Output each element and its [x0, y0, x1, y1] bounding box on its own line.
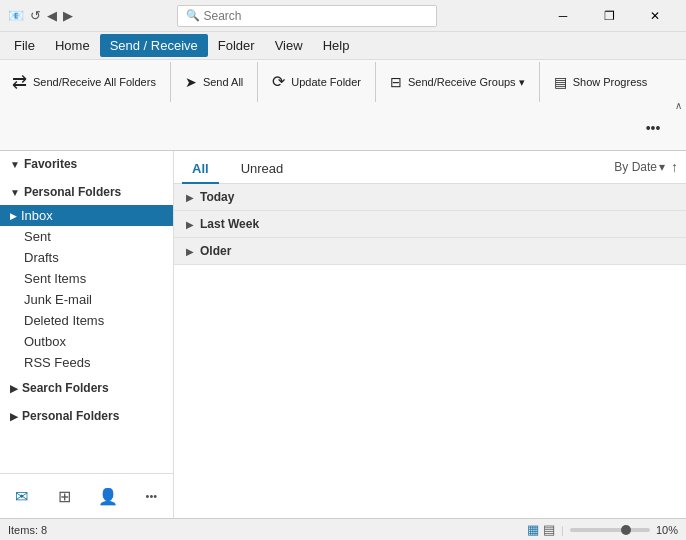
sidebar-section-personal-folders-2[interactable]: ▶ Personal Folders [0, 403, 173, 429]
back-icon[interactable]: ◀ [47, 8, 57, 23]
nav-contacts-button[interactable]: 👤 [88, 478, 128, 514]
ribbon-sep-2 [257, 62, 258, 102]
sidebar-section-personal-folders[interactable]: ▼ Personal Folders [0, 179, 173, 205]
item-count: Items: 8 [8, 524, 47, 536]
inbox-arrow-icon: ▶ [10, 211, 17, 221]
ribbon-sep-1 [170, 62, 171, 102]
folder-drafts[interactable]: Drafts [0, 247, 173, 268]
ribbon-collapse-button[interactable]: ∧ [670, 95, 686, 115]
sort-direction-button[interactable]: ↑ [671, 159, 678, 175]
tab-all-label: All [192, 161, 209, 176]
status-right: ▦ ▤ | 10% [527, 522, 678, 537]
folder-outbox[interactable]: Outbox [0, 331, 173, 352]
personal-folders-label: Personal Folders [24, 185, 121, 199]
personal-folders-list: ▶ Inbox Sent Drafts Sent Items Junk E-ma… [0, 205, 173, 373]
menu-send-receive[interactable]: Send / Receive [100, 34, 208, 57]
calendar-icon: ⊞ [58, 487, 71, 506]
main-layout: ▼ Favorites ▼ Personal Folders ▶ Inbox S… [0, 151, 686, 518]
group-today[interactable]: ▶ Today [174, 184, 686, 211]
status-bar: Items: 8 ▦ ▤ | 10% [0, 518, 686, 540]
tab-all[interactable]: All [182, 155, 219, 184]
last-week-expand-icon: ▶ [186, 219, 194, 230]
folder-sent[interactable]: Sent [0, 226, 173, 247]
personal-folders-2-label: Personal Folders [22, 409, 119, 423]
sidebar-bottom-nav: ✉ ⊞ 👤 ••• [0, 473, 173, 518]
app-icon: 📧 [8, 8, 24, 23]
view-icons: ▦ ▤ [527, 522, 555, 537]
send-receive-all-icon: ⇄ [12, 73, 27, 91]
nav-calendar-button[interactable]: ⊞ [45, 478, 85, 514]
group-older[interactable]: ▶ Older [174, 238, 686, 265]
sidebar-section-favorites[interactable]: ▼ Favorites [0, 151, 173, 177]
favorites-arrow-icon: ▼ [10, 159, 20, 170]
mail-icon: ✉ [15, 487, 28, 506]
send-all-icon: ➤ [185, 75, 197, 89]
send-receive-all-button[interactable]: ⇄ Send/Receive All Folders [4, 60, 164, 104]
restore-button[interactable]: ❐ [586, 0, 632, 32]
search-bar[interactable]: 🔍 [177, 5, 437, 27]
send-receive-groups-button[interactable]: ⊟ Send/Receive Groups ▾ [382, 60, 533, 104]
more-icon: ••• [646, 120, 661, 136]
older-label: Older [200, 244, 231, 258]
nav-more-icon: ••• [146, 490, 158, 502]
last-week-label: Last Week [200, 217, 259, 231]
ribbon-sep-4 [539, 62, 540, 102]
menu-view[interactable]: View [265, 34, 313, 57]
chevron-up-icon: ∧ [675, 100, 682, 111]
menu-home[interactable]: Home [45, 34, 100, 57]
contacts-icon: 👤 [98, 487, 118, 506]
sort-dropdown-icon: ▾ [659, 160, 665, 174]
view-icon-grid[interactable]: ▦ [527, 522, 539, 537]
title-bar: 📧 ↺ ◀ ▶ 🔍 ─ ❐ ✕ [0, 0, 686, 32]
filter-area: By Date ▾ ↑ [614, 159, 678, 179]
favorites-label: Favorites [24, 157, 77, 171]
sidebar: ▼ Favorites ▼ Personal Folders ▶ Inbox S… [0, 151, 174, 518]
show-progress-label: Show Progress [573, 76, 648, 88]
menu-file[interactable]: File [4, 34, 45, 57]
search-icon: 🔍 [186, 9, 200, 22]
ribbon-more-button[interactable]: ••• [640, 106, 666, 150]
show-progress-button[interactable]: ▤ Show Progress [546, 60, 656, 104]
send-all-label: Send All [203, 76, 243, 88]
personal-folders-arrow-icon: ▼ [10, 187, 20, 198]
folder-inbox[interactable]: ▶ Inbox [0, 205, 173, 226]
folder-sent-items[interactable]: Sent Items [0, 268, 173, 289]
inbox-label: Inbox [21, 208, 53, 223]
zoom-slider[interactable] [570, 528, 650, 532]
send-receive-groups-icon: ⊟ [390, 75, 402, 89]
ribbon: ⇄ Send/Receive All Folders ➤ Send All ⟳ … [0, 60, 686, 151]
menu-folder[interactable]: Folder [208, 34, 265, 57]
view-icon-list[interactable]: ▤ [543, 522, 555, 537]
search-input[interactable] [204, 9, 428, 23]
sort-by-date-label: By Date [614, 160, 657, 174]
nav-more-button[interactable]: ••• [131, 478, 171, 514]
folder-junk[interactable]: Junk E-mail [0, 289, 173, 310]
zoom-level: 10% [656, 524, 678, 536]
tab-unread-label: Unread [241, 161, 284, 176]
undo-icon[interactable]: ↺ [30, 8, 41, 23]
close-button[interactable]: ✕ [632, 0, 678, 32]
forward-icon[interactable]: ▶ [63, 8, 73, 23]
send-all-button[interactable]: ➤ Send All [177, 60, 251, 104]
update-folder-label: Update Folder [291, 76, 361, 88]
group-last-week[interactable]: ▶ Last Week [174, 211, 686, 238]
update-folder-button[interactable]: ⟳ Update Folder [264, 60, 369, 104]
tab-unread[interactable]: Unread [231, 155, 294, 184]
title-bar-left: 📧 ↺ ◀ ▶ [8, 8, 73, 23]
window-controls: ─ ❐ ✕ [540, 0, 678, 32]
minimize-button[interactable]: ─ [540, 0, 586, 32]
zoom-separator: | [561, 524, 564, 536]
send-receive-all-label: Send/Receive All Folders [33, 76, 156, 88]
folder-deleted[interactable]: Deleted Items [0, 310, 173, 331]
sort-by-date-button[interactable]: By Date ▾ [614, 160, 665, 174]
menu-help[interactable]: Help [313, 34, 360, 57]
zoom-thumb [621, 525, 631, 535]
menu-bar: File Home Send / Receive Folder View Hel… [0, 32, 686, 60]
message-list: ▶ Today ▶ Last Week ▶ Older [174, 184, 686, 518]
ribbon-sep-3 [375, 62, 376, 102]
personal-folders-2-arrow-icon: ▶ [10, 411, 18, 422]
sidebar-section-search-folders[interactable]: ▶ Search Folders [0, 375, 173, 401]
nav-mail-button[interactable]: ✉ [2, 478, 42, 514]
show-progress-icon: ▤ [554, 75, 567, 89]
folder-rss[interactable]: RSS Feeds [0, 352, 173, 373]
